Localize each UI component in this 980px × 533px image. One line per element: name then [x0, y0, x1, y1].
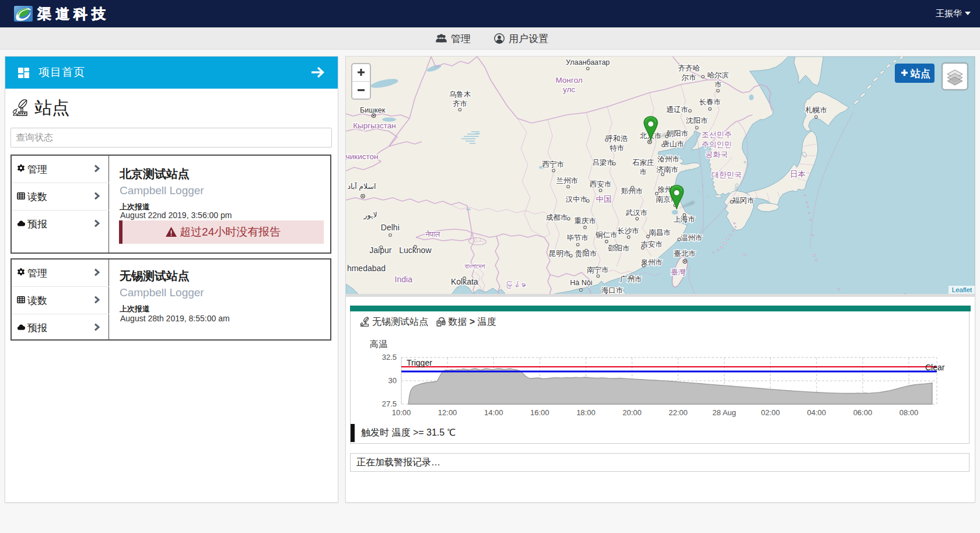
svg-text:齐市: 齐市	[453, 100, 467, 108]
svg-text:14:00: 14:00	[484, 408, 503, 417]
svg-text:南昌市: 南昌市	[649, 229, 671, 237]
svg-text:မြန်မာ: မြန်မာ	[505, 281, 526, 289]
svg-text:02:00: 02:00	[761, 408, 780, 417]
svg-text:30: 30	[388, 376, 397, 385]
svg-text:Trigger: Trigger	[407, 358, 432, 367]
svg-text:18:00: 18:00	[576, 408, 596, 417]
svg-text:呼和浩: 呼和浩	[606, 135, 628, 143]
svg-text:札幌市: 札幌市	[805, 106, 827, 114]
svg-text:06:00: 06:00	[853, 408, 873, 417]
svg-text:04:00: 04:00	[807, 408, 827, 417]
svg-text:沈阳市: 沈阳市	[686, 117, 708, 125]
svg-text:Hà Nội: Hà Nội	[570, 279, 592, 287]
svg-text:通辽市: 通辽市	[666, 106, 688, 114]
svg-text:乌鲁木: 乌鲁木	[449, 90, 471, 99]
svg-text:齐齐哈: 齐齐哈	[678, 64, 700, 72]
svg-text:中国: 中国	[596, 195, 611, 204]
svg-text:hmedabad: hmedabad	[347, 264, 386, 273]
svg-text:铜仁市: 铜仁市	[595, 231, 618, 239]
svg-text:28 Aug: 28 Aug	[712, 408, 736, 417]
svg-text:Монгол: Монгол	[555, 76, 582, 85]
svg-text:Кыргызстан: Кыргызстан	[353, 121, 396, 130]
svg-text:长沙市: 长沙市	[617, 227, 639, 235]
svg-text:12:00: 12:00	[438, 408, 457, 417]
svg-text:주의인민: 주의인민	[702, 140, 732, 149]
svg-text:臺灣: 臺灣	[671, 268, 686, 276]
svg-text:لاہور: لاہور	[363, 211, 377, 220]
svg-text:Бишкек: Бишкек	[360, 106, 386, 114]
svg-text:日本: 日本	[790, 170, 806, 178]
svg-text:08:00: 08:00	[900, 408, 919, 417]
svg-text:特市: 特市	[610, 144, 624, 152]
svg-text:南宁市: 南宁市	[587, 266, 608, 274]
svg-text:Улаанбаатар: Улаанбаатар	[566, 58, 610, 66]
svg-text:20:00: 20:00	[622, 408, 642, 417]
svg-text:长春市: 长春市	[699, 98, 721, 106]
svg-text:唐山市: 唐山市	[662, 140, 684, 148]
svg-text:吕梁市: 吕梁市	[592, 159, 614, 167]
svg-text:济南市: 济南市	[656, 166, 678, 174]
svg-text:очикистон: очикистон	[346, 152, 378, 161]
svg-text:10:00: 10:00	[392, 408, 411, 417]
svg-text:Delhi: Delhi	[381, 223, 400, 232]
svg-text:成都市: 成都市	[546, 213, 568, 222]
svg-text:邵阳市: 邵阳市	[608, 244, 630, 253]
svg-text:नेपाल: नेपाल	[425, 230, 440, 239]
svg-text:市: 市	[715, 80, 722, 89]
svg-text:武汉市: 武汉市	[625, 209, 648, 217]
svg-text:海口市: 海口市	[601, 286, 624, 294]
svg-text:16:00: 16:00	[530, 408, 550, 417]
svg-text:India: India	[395, 275, 413, 284]
svg-text:温州市: 温州市	[681, 234, 703, 242]
svg-text:重庆市: 重庆市	[574, 217, 596, 225]
svg-text:Clear: Clear	[925, 363, 945, 372]
svg-text:বাংলাদেশ: বাংলাদেশ	[464, 262, 485, 271]
svg-text:哈尔滨: 哈尔滨	[707, 71, 729, 79]
svg-text:福冈市: 福冈市	[732, 197, 755, 205]
svg-text:市: 市	[639, 168, 647, 176]
svg-text:石家庄: 石家庄	[632, 159, 654, 167]
svg-text:兰州市: 兰州市	[556, 177, 579, 185]
svg-text:尔市: 尔市	[681, 73, 696, 82]
svg-text:32.5: 32.5	[382, 353, 397, 362]
svg-text:西宁市: 西宁市	[542, 160, 564, 169]
svg-text:улс: улс	[563, 85, 575, 94]
svg-text:조선민주: 조선민주	[702, 130, 732, 139]
svg-text:站点: 站点	[910, 68, 930, 79]
svg-text:Leaflet: Leaflet	[952, 286, 972, 293]
svg-text:대한민국: 대한민국	[712, 170, 742, 179]
svg-text:汉中市: 汉中市	[566, 195, 588, 204]
svg-text:공화국: 공화국	[705, 150, 728, 159]
svg-text:沧州市: 沧州市	[657, 155, 680, 163]
svg-text:西安市: 西安市	[590, 180, 612, 188]
svg-text:毕节市: 毕节市	[566, 234, 589, 242]
svg-text:昆明市: 昆明市	[549, 250, 571, 258]
svg-text:27.5: 27.5	[382, 399, 397, 408]
svg-text:22:00: 22:00	[668, 408, 688, 417]
svg-text:اسلام آباد: اسلام آباد	[348, 182, 376, 191]
svg-text:朝阳市: 朝阳市	[667, 129, 689, 138]
svg-text:臺北市: 臺北市	[674, 250, 696, 258]
